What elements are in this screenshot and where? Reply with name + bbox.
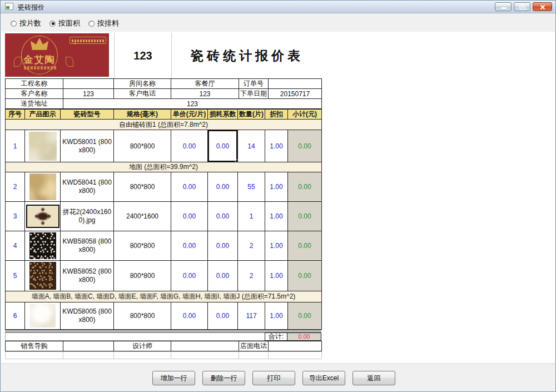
qty-cell[interactable]: 2 — [238, 261, 265, 291]
discount-cell[interactable]: 1.00 — [265, 231, 288, 261]
loss-cell[interactable]: 0.00 — [208, 261, 238, 291]
qty-cell[interactable]: 55 — [238, 172, 265, 202]
model-cell[interactable]: 拼花2(2400x1600).jpg — [61, 202, 114, 231]
model-cell[interactable]: KWD58001 (800x800) — [61, 130, 114, 162]
total-label: 合计: — [265, 333, 287, 341]
info-value-cell[interactable]: 客餐厅 — [171, 79, 239, 89]
loss-cell[interactable]: 0.00 — [208, 231, 238, 261]
back-button[interactable]: 返回 — [353, 371, 395, 385]
subtotal-cell: 0.00 — [288, 231, 322, 261]
action-bar: 增加一行删除一行打印导出Excel返回 — [1, 363, 555, 391]
subtotal-cell: 0.00 — [288, 202, 322, 231]
spec-cell[interactable]: 800*800 — [114, 302, 171, 330]
image-cell[interactable] — [25, 130, 61, 162]
section-row: 地面 (总面积=39.9m^2) — [6, 162, 322, 172]
spec-cell[interactable]: 2400*1600 — [114, 202, 171, 231]
mode-toolbar: 按片数按面积按排料 — [1, 14, 555, 32]
section-row: 自由铺砖面1 (总面积=7.8m^2) — [6, 120, 322, 130]
report-title: 瓷砖统计报价表 — [171, 33, 322, 78]
report-canvas: 金艾陶 123 瓷砖统计报价表 工程名称房间名称客餐厅订单号客户名称123客户电… — [1, 32, 555, 364]
loss-cell[interactable]: 0.00 — [208, 172, 238, 202]
discount-cell[interactable]: 1.00 — [265, 202, 288, 231]
selection-fill-handle[interactable] — [235, 160, 238, 162]
minimize-button[interactable] — [495, 2, 512, 11]
qty-cell[interactable]: 2 — [238, 231, 265, 261]
staff-label-cell: 销售导购 — [6, 341, 63, 351]
discount-cell[interactable]: 1.00 — [265, 130, 288, 162]
radio-option-1[interactable]: 按片数 — [11, 18, 41, 28]
export-excel-button[interactable]: 导出Excel — [302, 371, 345, 385]
loss-cell[interactable]: 0.00 — [208, 302, 238, 330]
app-icon — [5, 3, 13, 10]
tile-image — [29, 232, 56, 259]
quotation-report: 金艾陶 123 瓷砖统计报价表 工程名称房间名称客餐厅订单号客户名称123客户电… — [5, 33, 322, 359]
spec-cell[interactable]: 800*800 — [114, 231, 171, 261]
radio-label: 按片数 — [19, 18, 41, 28]
info-value-cell[interactable]: 20150717 — [269, 89, 322, 99]
discount-cell[interactable]: 1.00 — [265, 302, 288, 330]
image-cell[interactable] — [25, 172, 61, 202]
crown-icon — [29, 37, 49, 51]
staff-value-cell[interactable] — [63, 341, 114, 351]
price-cell[interactable]: 0.00 — [171, 261, 208, 291]
info-value-cell[interactable]: 123 — [63, 99, 322, 109]
tile-image — [29, 262, 56, 290]
delete-row-button[interactable]: 删除一行 — [202, 371, 245, 385]
restore-button[interactable] — [514, 2, 530, 11]
radio-option-2[interactable]: 按面积 — [49, 18, 80, 28]
report-code: 123 — [114, 33, 171, 78]
qty-cell[interactable]: 117 — [238, 302, 265, 330]
totals-row: 合计: 0.00 — [5, 333, 321, 341]
spec-cell[interactable]: 800*800 — [114, 130, 171, 162]
image-cell[interactable] — [25, 261, 61, 291]
loss-cell[interactable]: 0.00 — [208, 130, 238, 162]
staff-value-cell[interactable] — [171, 341, 239, 351]
price-cell[interactable]: 0.00 — [171, 130, 208, 162]
model-cell[interactable]: KWD58005 (800x800) — [61, 302, 114, 330]
info-value-cell[interactable] — [269, 79, 322, 89]
radio-circle-icon — [49, 21, 56, 27]
info-label-cell: 客户名称 — [6, 89, 63, 99]
staff-value-cell[interactable] — [269, 341, 322, 351]
price-cell[interactable]: 0.00 — [171, 302, 208, 330]
image-cell[interactable] — [25, 202, 61, 231]
report-header: 金艾陶 123 瓷砖统计报价表 — [5, 33, 322, 78]
radio-circle-icon — [11, 21, 17, 27]
qty-cell[interactable]: 1 — [238, 202, 265, 231]
info-value-cell[interactable]: 123 — [171, 89, 239, 99]
qty-cell[interactable]: 14 — [238, 130, 265, 162]
spec-cell[interactable]: 800*800 — [114, 261, 171, 291]
model-cell[interactable]: KWD58041 (800x800) — [61, 172, 114, 202]
info-value-cell[interactable]: 123 — [63, 89, 114, 99]
radio-circle-icon — [88, 21, 95, 27]
price-cell[interactable]: 0.00 — [171, 172, 208, 202]
info-label-cell: 订单号 — [239, 79, 269, 89]
print-button[interactable]: 打印 — [252, 371, 295, 385]
column-header: 瓷砖型号 — [61, 110, 114, 120]
price-cell[interactable]: 0.00 — [171, 231, 208, 261]
discount-cell[interactable]: 1.00 — [265, 172, 288, 202]
discount-cell[interactable]: 1.00 — [265, 261, 288, 291]
close-button[interactable] — [533, 2, 552, 11]
column-header: 数量(片) — [238, 110, 265, 120]
info-label-cell: 下单日期 — [239, 89, 269, 99]
price-cell[interactable]: 0.00 — [171, 202, 208, 231]
window-title: 瓷砖报价 — [18, 3, 44, 12]
info-value-cell[interactable] — [63, 79, 114, 89]
spec-cell[interactable]: 800*800 — [114, 172, 171, 202]
seq-cell: 6 — [6, 302, 25, 330]
image-cell[interactable] — [25, 302, 61, 330]
order-info-body: 工程名称房间名称客餐厅订单号客户名称123客户电话123下单日期20150717… — [6, 79, 322, 109]
tile-image — [27, 206, 58, 227]
column-header: 产品图示 — [25, 110, 61, 120]
model-cell[interactable]: KWB58058 (800x800) — [61, 231, 114, 261]
loss-cell[interactable]: 0.00 — [208, 202, 238, 231]
model-cell[interactable]: KWB58052 (800x800) — [61, 261, 114, 291]
add-row-button[interactable]: 增加一行 — [152, 371, 195, 385]
seq-cell: 5 — [6, 261, 25, 291]
radio-option-3[interactable]: 按排料 — [88, 18, 119, 28]
subtotal-cell: 0.00 — [288, 172, 322, 202]
image-cell[interactable] — [25, 231, 61, 261]
seq-cell: 2 — [6, 172, 25, 202]
staff-label-cell: 店面电话 — [239, 341, 269, 351]
